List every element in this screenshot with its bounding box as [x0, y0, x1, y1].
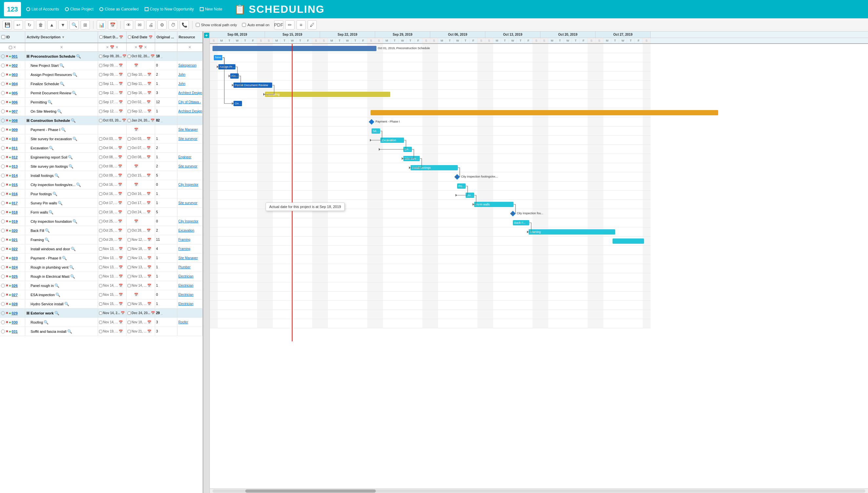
row-delete-x[interactable]: ✕: [5, 229, 8, 232]
task-search-icon[interactable]: 🔍: [56, 293, 60, 297]
task-row[interactable]: ✕ + 028 Hydro Service install 🔍 Nov 15, …: [0, 299, 203, 308]
cal-icon-end[interactable]: 📅: [147, 91, 151, 95]
gantt-bar[interactable]: Install footings: [410, 165, 458, 170]
cal-icon[interactable]: 📅: [119, 329, 123, 333]
cal-icon[interactable]: 📅: [121, 311, 125, 315]
cal-icon-end[interactable]: 📅: [147, 109, 151, 113]
row-delete-x[interactable]: ✕: [5, 183, 8, 186]
calendar-button[interactable]: 📅: [108, 20, 117, 29]
row-delete-x[interactable]: ✕: [5, 100, 8, 104]
nav-new-note[interactable]: New Note: [200, 7, 222, 12]
start-check[interactable]: [99, 257, 102, 260]
cal-icon-end[interactable]: 📅: [150, 55, 155, 58]
row-delete-x[interactable]: ✕: [5, 265, 8, 269]
resource-name[interactable]: Site surveyor: [178, 137, 197, 141]
task-row[interactable]: ✕ + 026 Panel rough in 🔍 Nov 14, ...📅 No…: [0, 281, 203, 290]
task-search-icon[interactable]: 🔍: [45, 237, 49, 242]
row-add-plus[interactable]: +: [9, 73, 11, 77]
start-check[interactable]: [99, 183, 102, 186]
task-search-icon[interactable]: 🔍: [45, 228, 50, 233]
group-collapse-icon[interactable]: ▣: [26, 311, 29, 315]
row-delete-x[interactable]: ✕: [5, 174, 8, 177]
cal-icon-end[interactable]: 📅: [146, 174, 150, 177]
resource-name[interactable]: City Inspector: [178, 219, 198, 223]
app-logo[interactable]: 123: [4, 2, 21, 16]
gantt-bar[interactable]: Form walls: [474, 202, 513, 207]
cal-icon-end[interactable]: 📅: [147, 320, 151, 324]
row-add-plus[interactable]: +: [9, 64, 11, 67]
cal-icon-end[interactable]: 📅: [146, 100, 150, 104]
task-search-icon[interactable]: 🔍: [68, 164, 74, 169]
start-check[interactable]: [99, 174, 102, 177]
task-row[interactable]: ✕ + 014 Install footings 🔍 Oct 09, ...📅 …: [0, 171, 203, 180]
filter-start-clear2[interactable]: ✕: [116, 45, 118, 49]
task-row[interactable]: ✕ + 012 Engineering report Soil 🔍 Oct 08…: [0, 153, 203, 162]
cal-icon[interactable]: 📅: [118, 219, 122, 223]
panel-add-button[interactable]: +: [203, 31, 210, 493]
gantt-bar[interactable]: On Site Meeting: [234, 101, 242, 106]
task-id-link[interactable]: 016: [12, 192, 17, 196]
cal-icon[interactable]: 📅: [119, 320, 123, 324]
start-check[interactable]: [99, 156, 102, 159]
cal-icon-empty[interactable]: 📅: [134, 183, 138, 186]
start-check[interactable]: [99, 293, 102, 297]
filter-res-clear[interactable]: ✕: [188, 45, 191, 49]
row-delete-x[interactable]: ✕: [5, 210, 8, 214]
cal-icon-empty[interactable]: 📅: [134, 219, 138, 223]
end-check[interactable]: [127, 321, 131, 324]
print-button[interactable]: 🖨: [146, 20, 156, 29]
row-add-plus[interactable]: +: [9, 229, 11, 233]
row-status-circle[interactable]: [1, 128, 5, 132]
task-row[interactable]: ✕ + 023 Payment - Phase II 🔍 Nov 13, ...…: [0, 254, 203, 263]
task-search-icon[interactable]: 🔍: [72, 91, 77, 95]
resource-name[interactable]: Framing: [178, 247, 190, 251]
row-status-circle[interactable]: [1, 146, 5, 150]
row-add-plus[interactable]: +: [9, 247, 11, 251]
start-check[interactable]: [99, 211, 102, 214]
task-search-icon[interactable]: 🔍: [53, 192, 57, 196]
cal-start-icon[interactable]: 📅: [119, 35, 123, 39]
task-id-link[interactable]: 028: [12, 302, 17, 306]
cal-icon-end[interactable]: 📅: [147, 329, 151, 333]
resource-name[interactable]: Roofer: [178, 320, 188, 324]
cal-icon-end[interactable]: 📅: [151, 311, 155, 315]
auto-email-check[interactable]: Auto email on: [242, 23, 269, 27]
row-delete-x[interactable]: ✕: [5, 128, 8, 131]
row-status-circle[interactable]: [1, 91, 5, 95]
row-add-plus[interactable]: +: [9, 109, 11, 113]
gantt-bar[interactable]: Framing: [529, 229, 615, 235]
nav-list-accounts[interactable]: List of Accounts: [26, 7, 59, 12]
task-search-icon[interactable]: 🔍: [73, 72, 77, 77]
row-delete-x[interactable]: ✕: [5, 155, 8, 159]
row-delete-x[interactable]: ✕: [5, 119, 8, 122]
row-delete-x[interactable]: ✕: [5, 311, 8, 315]
cal-icon[interactable]: 📅: [119, 91, 123, 95]
task-id-link[interactable]: 024: [12, 265, 17, 269]
undo-button[interactable]: ↩: [14, 20, 23, 29]
row-status-circle[interactable]: [1, 183, 5, 187]
auto-email-checkbox[interactable]: [242, 23, 246, 27]
task-search-icon[interactable]: 🔍: [68, 155, 73, 159]
row-status-circle[interactable]: [1, 320, 5, 324]
start-check[interactable]: [99, 55, 102, 58]
view-button[interactable]: 👁: [124, 20, 133, 29]
row-status-circle[interactable]: [1, 219, 5, 223]
task-search-icon[interactable]: 🔍: [55, 173, 59, 178]
task-id-link[interactable]: 012: [12, 155, 17, 159]
row-add-plus[interactable]: +: [9, 275, 11, 278]
task-search-icon[interactable]: 🔍: [71, 246, 76, 251]
cal-icon[interactable]: 📅: [118, 174, 122, 177]
task-id-link[interactable]: 029: [12, 311, 17, 315]
cal-icon[interactable]: 📅: [122, 55, 126, 58]
cal-icon-empty[interactable]: 📅: [134, 64, 138, 67]
arrow-down-button[interactable]: ▼: [58, 20, 67, 29]
start-check[interactable]: [99, 220, 102, 223]
start-check[interactable]: [99, 101, 102, 104]
row-status-circle[interactable]: [1, 73, 5, 77]
end-check[interactable]: [127, 238, 131, 241]
task-id-link[interactable]: 011: [12, 146, 17, 150]
row-delete-x[interactable]: ✕: [5, 91, 8, 95]
row-add-plus[interactable]: +: [9, 55, 11, 58]
task-search-icon[interactable]: 🔍: [55, 283, 59, 288]
filter-id-clear[interactable]: ✕: [13, 45, 16, 49]
